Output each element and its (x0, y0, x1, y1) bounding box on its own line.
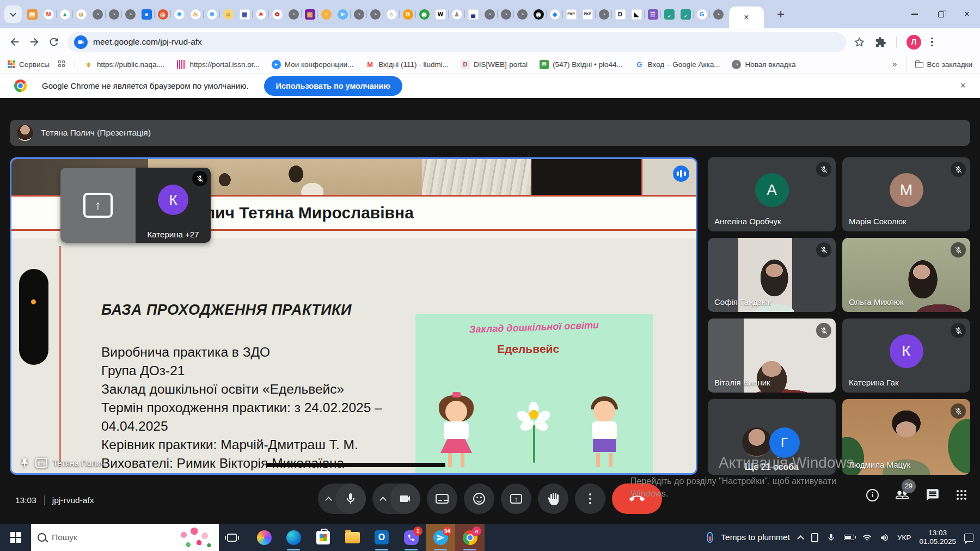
taskbar-app-store[interactable] (308, 524, 338, 551)
tab-wix[interactable]: W (432, 0, 449, 28)
tab-google[interactable]: G (694, 0, 710, 28)
bookmark-item-7[interactable]: ◔Новая вкладка (732, 60, 795, 69)
tab-globe-dot[interactable]: ◔ (710, 0, 726, 28)
tab-globe[interactable]: ◔ (498, 0, 514, 28)
tab-face[interactable]: ☺ (220, 0, 236, 28)
camera-button[interactable] (390, 483, 420, 514)
participant-tile[interactable]: Людмила Мацук (842, 399, 970, 475)
bookmark-item-6[interactable]: GВход – Google Акка... (635, 60, 720, 69)
tab-chart-green[interactable]: ◞ (661, 0, 677, 28)
tab-search-button[interactable] (4, 5, 22, 23)
tab-sun[interactable]: ☼ (318, 0, 334, 28)
tab-snowflake[interactable]: ✱ (204, 0, 220, 28)
captions-button[interactable] (427, 483, 457, 514)
tray-expand-icon[interactable] (797, 535, 804, 542)
apps-shortcut-icon[interactable] (58, 60, 66, 68)
bookmark-item-0[interactable]: ψhttps://public.naqa.... (84, 60, 165, 69)
participant-tile[interactable]: ААнгеліна Оробчук (708, 157, 836, 231)
bookmark-services[interactable]: Сервисы (8, 60, 50, 69)
participant-tile[interactable]: ММарія Соколюк (842, 157, 970, 231)
weather-text[interactable]: Temps to plummet (721, 532, 790, 542)
back-button[interactable] (9, 36, 21, 48)
tab-globe[interactable]: ◔ (106, 0, 122, 28)
raise-hand-button[interactable] (538, 483, 568, 514)
bookmark-item-1[interactable]: https://portal.issn.or... (177, 60, 260, 69)
tab-person[interactable]: ♟ (449, 0, 465, 28)
tab-bird[interactable]: ➤ (334, 0, 351, 28)
device-icon[interactable] (811, 533, 818, 542)
taskbar-clock[interactable]: 13:03 01.05.2025 (919, 529, 956, 546)
tab-list-purple[interactable]: ☰ (645, 0, 661, 28)
pin-icon[interactable] (19, 457, 30, 468)
bookmark-star-icon[interactable] (854, 36, 865, 48)
profile-avatar[interactable]: Л (906, 35, 921, 50)
more-button[interactable] (575, 483, 605, 514)
tab-close-icon[interactable]: × (744, 13, 749, 22)
participant-tile[interactable]: Віталія Винник (708, 319, 836, 393)
participant-tile[interactable]: ККатерина Гак (842, 319, 970, 393)
taskbar-app-viber[interactable]: 1 (396, 524, 426, 551)
tab-bm[interactable]: B (400, 0, 416, 28)
bookmark-item-5[interactable]: ✉(547) Вхідні • plo44... (540, 60, 623, 69)
tab-trident[interactable]: ψ (73, 0, 89, 28)
presentation-tile[interactable]: лич Тетяна Мирославівна БАЗА ПРОХОДЖЕННЯ… (10, 157, 697, 475)
battery-icon[interactable] (844, 535, 854, 540)
tab-ink[interactable]: ◣ (628, 0, 645, 28)
extensions-icon[interactable] (875, 36, 886, 48)
camera-options-chevron-icon[interactable] (376, 495, 390, 503)
participant-tile[interactable]: Софія Гандзюк (708, 238, 836, 312)
info-button[interactable]: i (866, 489, 879, 501)
tab-gmail[interactable]: M (40, 0, 57, 28)
taskbar-app-explorer[interactable] (338, 524, 367, 551)
reload-button[interactable] (48, 36, 60, 48)
taskbar-app-chrome[interactable]: л (455, 524, 485, 551)
taskbar-app-copilot[interactable] (249, 524, 279, 551)
viewer-thumbnail[interactable]: К Катерина +27 (136, 168, 211, 243)
task-view-button[interactable] (219, 524, 245, 551)
tab-globe[interactable]: ◔ (122, 0, 138, 28)
layout-button[interactable] (956, 489, 967, 500)
tab-flower[interactable]: ✿ (269, 0, 285, 28)
use-default-button[interactable]: Использовать по умолчанию (264, 76, 402, 96)
banner-close-icon[interactable]: × (960, 80, 966, 91)
notification-center-icon[interactable] (964, 534, 973, 542)
tab-photo[interactable]: ▨ (302, 0, 318, 28)
browser-menu-button[interactable] (931, 38, 933, 47)
microphone-tray-icon[interactable] (826, 533, 836, 542)
tab-docs[interactable]: ≡ (138, 0, 155, 28)
wifi-icon[interactable] (862, 533, 872, 542)
tab-star[interactable]: ✳ (253, 0, 269, 28)
people-button[interactable]: 29 (895, 488, 909, 502)
taskbar-search[interactable]: Пошук (31, 524, 219, 551)
tab-green[interactable]: ◉ (416, 0, 432, 28)
tab-pkp[interactable]: PKP (563, 0, 579, 28)
close-button[interactable]: × (954, 0, 980, 28)
tab-clipboard[interactable]: ▤ (24, 0, 40, 28)
taskbar-app-outlook[interactable]: O (367, 524, 396, 551)
start-button[interactable] (0, 524, 31, 551)
active-tab[interactable]: × (729, 7, 764, 28)
presentation-thumbnail[interactable]: ↑ (60, 168, 136, 243)
bookmark-item-2[interactable]: ▸Мои конференции... (272, 60, 353, 69)
tab-globe[interactable]: ◔ (367, 0, 383, 28)
tab-dark[interactable]: ◉ (530, 0, 547, 28)
language-indicator[interactable]: УКР (897, 534, 911, 542)
tab-drive[interactable]: ▲ (57, 0, 73, 28)
tab-globe[interactable]: ◔ (481, 0, 498, 28)
restore-button[interactable] (928, 0, 954, 28)
bookmarks-overflow-chevron[interactable]: » (892, 59, 897, 69)
participant-tile[interactable]: Ольга Михлюк (842, 238, 970, 312)
tab-pkp[interactable]: PKP (579, 0, 596, 28)
tab-globe[interactable]: ◔ (514, 0, 530, 28)
tab-bank[interactable]: ▄ (465, 0, 481, 28)
volume-icon[interactable] (880, 533, 889, 542)
tab-diamond[interactable]: ◆ (547, 0, 563, 28)
all-bookmarks-button[interactable]: Все закладки (915, 60, 972, 69)
tab-globe[interactable]: ◔ (89, 0, 106, 28)
present-button[interactable]: ↑ (501, 483, 531, 514)
chat-button[interactable] (926, 488, 940, 502)
tab-flame[interactable]: ♨ (187, 0, 204, 28)
new-tab-button[interactable]: + (773, 7, 789, 22)
tab-snowflake[interactable]: ✱ (171, 0, 187, 28)
tab-globe[interactable]: ◔ (351, 0, 367, 28)
